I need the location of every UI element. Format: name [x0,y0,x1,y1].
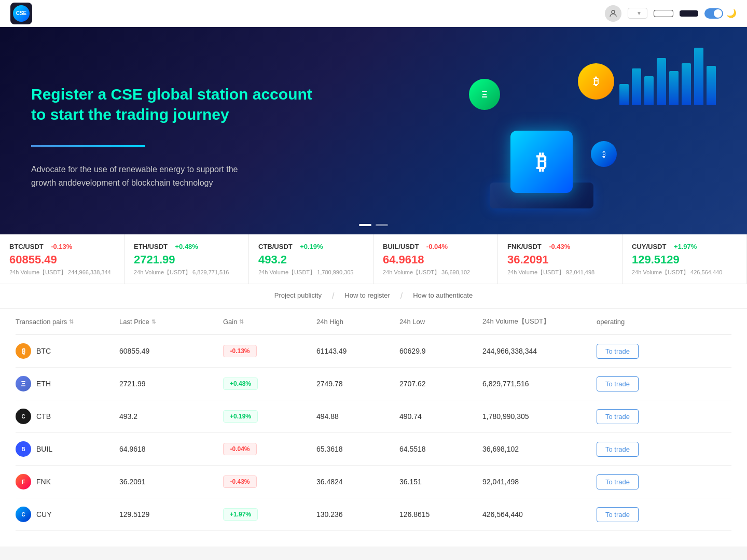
last-price: 64.9618 [119,445,223,453]
to-trade-button[interactable]: To trade [597,507,639,522]
change-value: -0.04% [223,443,257,455]
24h-low: 490.74 [399,412,482,421]
ticker-item-CTB-USDT[interactable]: CTB/USDT +0.19% 493.2 24h Volume【USDT】 1… [249,234,374,284]
to-trade-button[interactable]: To trade [597,409,639,424]
hero-pagination [359,224,388,226]
user-avatar[interactable] [605,5,621,22]
24h-high: 2749.78 [316,380,399,388]
24h-low: 36.151 [399,478,482,486]
ticker-item-BUIL-USDT[interactable]: BUIL/USDT -0.04% 64.9618 24h Volume【USDT… [374,234,498,284]
ticker-change: -0.43% [549,243,570,250]
ticker-price: 2721.99 [134,253,239,267]
24h-volume: 1,780,990,305 [482,412,597,421]
change-badge: -0.04% [223,443,316,455]
change-value: +0.48% [223,377,258,390]
ticker-price: 129.5129 [632,253,737,267]
24h-volume: 426,564,440 [482,510,597,519]
navbar: CSE ▼ 🌙 [0,0,747,27]
login-button[interactable] [654,10,673,17]
small-coin-3: ₿ [591,141,617,167]
24h-low: 64.5518 [399,445,482,453]
fnk-icon: F [16,474,31,489]
change-value: +0.19% [223,410,258,423]
ticker-change: +1.97% [674,243,697,250]
symbol-label: FNK [36,478,51,486]
24h-high: 494.88 [316,412,399,421]
to-trade-button[interactable]: To trade [597,376,639,391]
sub-nav-how-to-register[interactable]: How to register [344,291,390,301]
ticker-pair: FNK/USDT [507,243,542,250]
sub-navigation: Project publicity/How to register/How to… [0,284,747,309]
24h-volume: 6,829,771,516 [482,380,597,388]
sort-icon[interactable]: ⇅ [151,318,156,325]
to-trade-button[interactable]: To trade [597,442,639,457]
trade-action: To trade [597,442,674,457]
pair-cell: B BUIL [16,441,119,457]
ticker-volume: 24h Volume【USDT】 6,829,771,516 [134,269,239,276]
header-label: Gain [223,318,237,326]
logo[interactable]: CSE [10,3,32,24]
change-value: -0.43% [223,475,257,488]
ticker-item-BTC-USDT[interactable]: BTC/USDT -0.13% 60855.49 24h Volume【USDT… [0,234,125,284]
symbol-label: CUY [36,510,52,519]
table-header-gain: Gain⇅ [223,317,316,326]
change-badge: +0.19% [223,410,316,423]
symbol-label: BTC [36,347,51,355]
hero-divider [31,145,145,147]
change-value: +1.97% [223,508,258,521]
ticker-item-FNK-USDT[interactable]: FNK/USDT -0.43% 36.2091 24h Volume【USDT】… [498,234,622,284]
to-trade-button[interactable]: To trade [597,474,639,489]
table-header-operating: operating [597,317,674,326]
ticker-item-ETH-USDT[interactable]: ETH/USDT +0.48% 2721.99 24h Volume【USDT】… [125,234,249,284]
sort-icon[interactable]: ⇅ [69,318,74,325]
symbol-label: CTB [36,412,51,421]
ticker-price: 64.9618 [383,253,488,267]
main-crypto-cube: ₿ [510,131,573,193]
ticker-pair: CTB/USDT [258,243,293,250]
toggle-switch[interactable] [704,8,723,19]
pair-cell: ₿ BTC [16,343,119,359]
bar-6 [682,63,691,105]
table-row: Ξ ETH 2721.99 +0.48% 2749.78 2707.62 6,8… [16,368,731,400]
ticker-price: 60855.49 [9,253,115,267]
ticker-volume: 24h Volume【USDT】 36,698,102 [383,269,488,276]
trade-action: To trade [597,507,674,522]
sub-nav-project-publicity[interactable]: Project publicity [274,291,322,301]
change-badge: +1.97% [223,508,316,521]
small-coin-1: ₿ [578,63,614,100]
table-row: B BUIL 64.9618 -0.04% 65.3618 64.5518 36… [16,433,731,466]
24h-high: 61143.49 [316,347,399,355]
cuy-icon: C [16,507,31,522]
header-label: Transaction pairs [16,318,67,326]
ticker-item-CUY-USDT[interactable]: CUY/USDT +1.97% 129.5129 24h Volume【USDT… [622,234,747,284]
bar-7 [694,48,703,105]
bar-chart [619,48,716,105]
bar-4 [657,58,666,105]
bar-8 [707,66,716,105]
create-account-button[interactable] [680,10,698,17]
sub-nav-how-to-authenticate[interactable]: How to authenticate [413,291,473,301]
dot-1[interactable] [359,224,371,226]
ticker-change: -0.04% [426,243,448,250]
language-selector[interactable]: ▼ [628,8,647,19]
hero-content: Register a CSE global station accountto … [31,72,312,189]
dot-2[interactable] [376,224,388,226]
trade-action: To trade [597,409,674,424]
hero-visual: ₿ ₿ Ξ ₿ [336,27,747,234]
hero-subtitle: Advocate for the use of renewable energy… [31,163,312,189]
navbar-left: CSE [10,3,109,24]
table-header-last-price: Last Price⇅ [119,317,223,326]
24h-volume: 36,698,102 [482,445,597,453]
ticker-bar: BTC/USDT -0.13% 60855.49 24h Volume【USDT… [0,234,747,284]
hero-banner: Register a CSE global station accountto … [0,27,747,234]
trading-table: Transaction pairs⇅Last Price⇅Gain⇅24h Hi… [0,309,747,547]
sort-icon[interactable]: ⇅ [239,318,244,325]
last-price: 129.5129 [119,510,223,519]
logo-icon: CSE [13,5,30,22]
to-trade-button[interactable]: To trade [597,344,639,359]
last-price: 2721.99 [119,380,223,388]
ticker-price: 36.2091 [507,253,613,267]
ticker-volume: 24h Volume【USDT】 244,966,338,344 [9,269,115,276]
bar-3 [644,76,654,105]
table-row: C CUY 129.5129 +1.97% 130.236 126.8615 4… [16,498,731,531]
